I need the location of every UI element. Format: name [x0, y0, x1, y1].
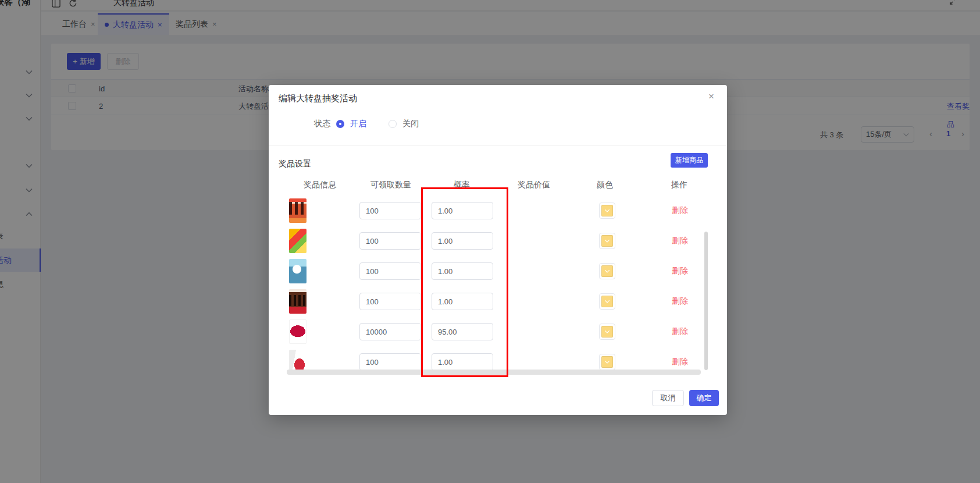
color-swatch-fill [601, 265, 613, 277]
color-swatch-fill [601, 235, 613, 247]
prize-list: 删除 删除 删除 删除 [269, 196, 711, 375]
modal-title: 编辑大转盘抽奖活动 [279, 93, 357, 104]
prize-row: 删除 [269, 286, 711, 317]
color-picker-button[interactable] [599, 203, 615, 219]
col-claimable-quantity: 可领取数量 [370, 180, 411, 190]
radio-status-off[interactable] [389, 120, 397, 128]
quantity-input[interactable] [359, 232, 421, 250]
prize-image [289, 259, 307, 283]
status-label: 状态 [314, 119, 330, 129]
quantity-input[interactable] [359, 202, 421, 219]
close-icon[interactable]: × [708, 91, 714, 102]
col-probability: 概率 [454, 180, 470, 190]
delete-link[interactable]: 删除 [672, 296, 688, 307]
color-swatch-fill [601, 296, 613, 307]
delete-link[interactable]: 删除 [672, 326, 688, 337]
col-prize-info: 奖品信息 [304, 180, 336, 190]
quantity-input[interactable] [359, 323, 421, 340]
divider [269, 145, 727, 146]
probability-input[interactable] [432, 202, 493, 219]
cancel-button[interactable]: 取消 [652, 390, 684, 406]
delete-link[interactable]: 删除 [672, 236, 688, 246]
col-color: 颜色 [597, 180, 613, 190]
horizontal-scrollbar[interactable] [287, 370, 701, 375]
quantity-input[interactable] [359, 293, 421, 310]
prize-settings-title: 奖品设置 [279, 159, 311, 169]
chevron-down-icon [604, 269, 610, 273]
prize-image [289, 289, 307, 314]
radio-off-label[interactable]: 关闭 [402, 119, 419, 129]
quantity-input[interactable] [359, 353, 421, 371]
probability-input[interactable] [432, 293, 493, 310]
quantity-input[interactable] [359, 262, 421, 280]
radio-on-label[interactable]: 开启 [350, 119, 366, 129]
delete-link[interactable]: 删除 [672, 205, 688, 216]
vertical-scrollbar[interactable] [704, 232, 708, 370]
probability-input[interactable] [432, 323, 493, 340]
prize-image [289, 229, 307, 253]
probability-input[interactable] [432, 232, 493, 250]
prize-row: 删除 [269, 226, 711, 256]
confirm-button[interactable]: 确定 [689, 390, 719, 406]
prize-row: 删除 [269, 317, 711, 347]
delete-link[interactable]: 删除 [672, 266, 688, 276]
color-picker-button[interactable] [599, 293, 615, 310]
col-action: 操作 [671, 180, 687, 190]
color-swatch-fill [601, 326, 613, 338]
radio-status-on[interactable] [336, 120, 344, 128]
chevron-down-icon [604, 360, 610, 364]
app-window: 获客（湖 表 活动 息 大转盘活动 工作台× 大转盘活动× 奖品列表× [0, 0, 980, 483]
col-prize-value: 奖品价值 [518, 180, 550, 190]
color-picker-button[interactable] [599, 263, 615, 279]
chevron-down-icon [604, 239, 610, 243]
chevron-down-icon [604, 209, 610, 212]
prize-image [289, 319, 307, 344]
prize-row: 删除 [269, 196, 711, 226]
probability-input[interactable] [432, 262, 493, 280]
chevron-down-icon [604, 300, 610, 303]
color-swatch-fill [601, 205, 613, 216]
color-picker-button[interactable] [599, 354, 615, 370]
color-swatch-fill [601, 356, 613, 368]
color-picker-button[interactable] [599, 233, 615, 249]
delete-link[interactable]: 删除 [672, 357, 688, 367]
probability-input[interactable] [432, 353, 493, 371]
chevron-down-icon [604, 330, 610, 333]
add-product-button[interactable]: 新增商品 [671, 153, 708, 168]
color-picker-button[interactable] [599, 324, 615, 340]
prize-image [289, 198, 307, 223]
prize-row: 删除 [269, 256, 711, 286]
edit-activity-modal: 编辑大转盘抽奖活动 × 状态 开启 关闭 奖品设置 新增商品 奖品信息 可领取数… [269, 85, 727, 415]
